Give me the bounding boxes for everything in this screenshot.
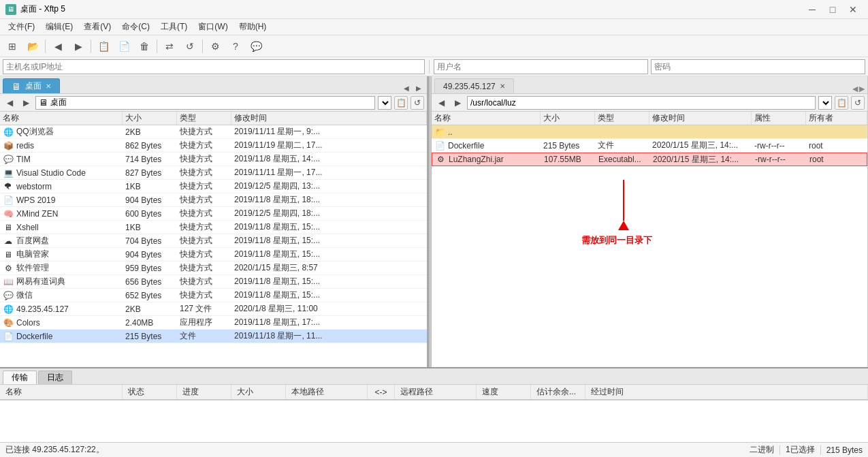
chat-button[interactable]: 💬 — [246, 37, 266, 55]
file-size: 904 Bytes — [123, 193, 177, 206]
left-file-row[interactable]: 💬 TIM 714 Bytes 快捷方式 2019/11/8 星期五, 14:.… — [0, 153, 427, 166]
left-tab-strip: 🖥 桌面 ✕ ◀ ▶ — [0, 76, 427, 94]
right-file-row[interactable]: ⚙ LuZhangZhi.jar 107.55MB Executabl... 2… — [432, 153, 867, 166]
username-input[interactable] — [434, 59, 648, 74]
file-size: 714 Bytes — [123, 153, 177, 166]
left-file-row[interactable]: 📖 网易有道词典 656 Bytes 快捷方式 2019/11/8 星期五, 1… — [0, 275, 427, 289]
left-path-bar: ◀ ▶ 🖥 桌面 ▼ 📋 ↺ — [0, 94, 427, 112]
left-file-row[interactable]: 🌪 webstorm 1KB 快捷方式 2019/12/5 星期四, 13:..… — [0, 180, 427, 193]
left-col-date-header[interactable]: 修改时间 — [231, 112, 427, 125]
file-size: 2KB — [123, 125, 177, 138]
menu-bar: 文件(F) 编辑(E) 查看(V) 命令(C) 工具(T) 窗口(W) 帮助(H… — [0, 19, 868, 35]
new-session-button[interactable]: ⊞ — [3, 37, 22, 55]
open-button[interactable]: 📂 — [23, 37, 42, 55]
left-copy-path-button[interactable]: 📋 — [394, 96, 408, 110]
paste-button[interactable]: 📄 — [114, 37, 133, 55]
tab-prev-icon[interactable]: ◀ — [401, 82, 412, 93]
tab-close-icon[interactable]: ✕ — [46, 82, 51, 90]
right-forward-icon[interactable]: ▶ — [451, 96, 464, 110]
log-tab[interactable]: 日志 — [38, 371, 72, 384]
tab-next-icon[interactable]: ▶ — [413, 82, 424, 93]
minimize-button[interactable]: ─ — [803, 1, 822, 18]
file-type: 快捷方式 — [177, 248, 231, 261]
right-copy-path-button[interactable]: 📋 — [835, 96, 848, 110]
left-file-row[interactable]: ☁ 百度网盘 704 Bytes 快捷方式 2019/11/8 星期五, 15:… — [0, 234, 427, 248]
maximize-button[interactable]: □ — [823, 1, 842, 18]
left-col-size-header[interactable]: 大小 — [123, 112, 177, 125]
right-tab-nav: ◀ ▶ — [852, 84, 865, 93]
menu-help[interactable]: 帮助(H) — [234, 20, 272, 34]
right-col-type-header[interactable]: 类型 — [595, 112, 649, 125]
left-path-select[interactable]: ▼ — [378, 96, 391, 110]
right-file-row[interactable]: 📄 Dockerfile 215 Bytes 文件 2020/1/15 星期三,… — [432, 139, 867, 153]
right-back-icon[interactable]: ◀ — [434, 96, 448, 110]
password-input[interactable] — [651, 59, 865, 74]
remote-tab[interactable]: 49.235.45.127 ✕ — [434, 78, 514, 93]
left-forward-icon[interactable]: ▶ — [19, 96, 33, 110]
right-col-size-header[interactable]: 大小 — [541, 112, 595, 125]
file-type: 文件 — [177, 330, 231, 343]
right-refresh-button[interactable]: ↺ — [851, 96, 865, 110]
menu-edit[interactable]: 编辑(E) — [40, 20, 78, 34]
left-file-row[interactable]: 📄 Dockerfile 215 Bytes 文件 2019/11/18 星期一… — [0, 330, 427, 343]
menu-file[interactable]: 文件(F) — [3, 20, 40, 34]
menu-window[interactable]: 窗口(W) — [193, 20, 233, 34]
help-button[interactable]: ? — [226, 37, 245, 55]
menu-view[interactable]: 查看(V) — [78, 20, 116, 34]
copy-button[interactable]: 📋 — [94, 37, 113, 55]
left-col-type-header[interactable]: 类型 — [177, 112, 231, 125]
desktop-tab[interactable]: 🖥 桌面 ✕ — [3, 78, 60, 93]
left-file-row[interactable]: ⚙ 软件管理 959 Bytes 快捷方式 2020/1/15 星期三, 8:5… — [0, 262, 427, 275]
status-connection: 已连接 49.235.45.127:22。 — [5, 444, 750, 456]
left-file-row[interactable]: 🎨 Colors 2.40MB 应用程序 2019/11/8 星期五, 17:.… — [0, 316, 427, 330]
menu-tools[interactable]: 工具(T) — [155, 20, 193, 34]
left-refresh-button[interactable]: ↺ — [411, 96, 424, 110]
close-button[interactable]: ✕ — [843, 1, 863, 18]
right-col-owner-header[interactable]: 所有者 — [806, 112, 867, 125]
file-date: 2020/1/8 星期三, 11:00 — [231, 302, 427, 315]
left-file-row[interactable]: 🌐 QQ浏览器 2KB 快捷方式 2019/11/11 星期一, 9:... — [0, 125, 427, 139]
file-name: 49.235.45.127 — [16, 304, 69, 314]
remote-tab-close-icon[interactable]: ✕ — [500, 82, 505, 90]
settings-button[interactable]: ⚙ — [206, 37, 225, 55]
forward-button[interactable]: ▶ — [69, 37, 88, 55]
right-col-date-header[interactable]: 修改时间 — [649, 112, 752, 125]
right-col-attr-header[interactable]: 属性 — [752, 112, 806, 125]
back-button[interactable]: ◀ — [48, 37, 67, 55]
refresh-button[interactable]: ↺ — [180, 37, 199, 55]
left-file-row[interactable]: 🌐 49.235.45.127 2KB 127 文件 2020/1/8 星期三,… — [0, 302, 427, 316]
file-type: 文件 — [595, 139, 649, 152]
right-path-select[interactable]: ▼ — [818, 96, 832, 110]
left-file-row[interactable]: 🖥 Xshell 1KB 快捷方式 2019/11/8 星期五, 15:... — [0, 221, 427, 234]
right-tab-strip: 49.235.45.127 ✕ ◀ ▶ — [432, 76, 867, 94]
left-file-row[interactable]: 🧠 XMind ZEN 600 Bytes 快捷方式 2019/12/5 星期四… — [0, 207, 427, 221]
app-title: 桌面 - Xftp 5 — [20, 3, 65, 15]
transfer-tab[interactable]: 传输 — [3, 371, 37, 384]
transfer-col-arrow: <-> — [368, 385, 395, 399]
host-input[interactable] — [3, 59, 425, 74]
menu-command[interactable]: 命令(C) — [116, 20, 155, 34]
file-name: QQ浏览器 — [16, 126, 54, 138]
right-file-row[interactable]: 📁 .. — [432, 125, 867, 139]
right-tab-next-icon[interactable]: ▶ — [859, 84, 865, 93]
left-file-row[interactable]: 📦 redis 862 Bytes 快捷方式 2019/11/19 星期二, 1… — [0, 139, 427, 153]
left-back-icon[interactable]: ◀ — [3, 96, 16, 110]
file-name: TIM — [16, 155, 31, 164]
transfer-button[interactable]: ⇄ — [160, 37, 179, 55]
left-file-row[interactable]: 📄 WPS 2019 904 Bytes 快捷方式 2019/11/8 星期五,… — [0, 193, 427, 207]
status-binary: 二进制 — [750, 444, 774, 456]
file-icon: ⚙ — [3, 263, 14, 274]
file-icon: 📄 — [434, 140, 445, 151]
file-date: 2020/1/15 星期三, 14:... — [650, 153, 752, 166]
file-name: Colors — [16, 318, 40, 328]
file-size: 1KB — [123, 180, 177, 193]
right-col-name-header[interactable]: 名称 — [432, 112, 541, 125]
left-file-list: 🌐 QQ浏览器 2KB 快捷方式 2019/11/11 星期一, 9:... 📦… — [0, 125, 427, 367]
left-col-name-header[interactable]: 名称 — [0, 112, 123, 125]
file-size: 652 Bytes — [123, 289, 177, 302]
left-file-row[interactable]: 🖥 电脑管家 904 Bytes 快捷方式 2019/11/8 星期五, 15:… — [0, 248, 427, 262]
left-file-row[interactable]: 💻 Visual Studio Code 827 Bytes 快捷方式 2019… — [0, 166, 427, 180]
delete-button[interactable]: 🗑 — [135, 37, 154, 55]
right-tab-prev-icon[interactable]: ◀ — [852, 84, 858, 93]
left-file-row[interactable]: 💬 微信 652 Bytes 快捷方式 2019/11/8 星期五, 15:..… — [0, 289, 427, 302]
